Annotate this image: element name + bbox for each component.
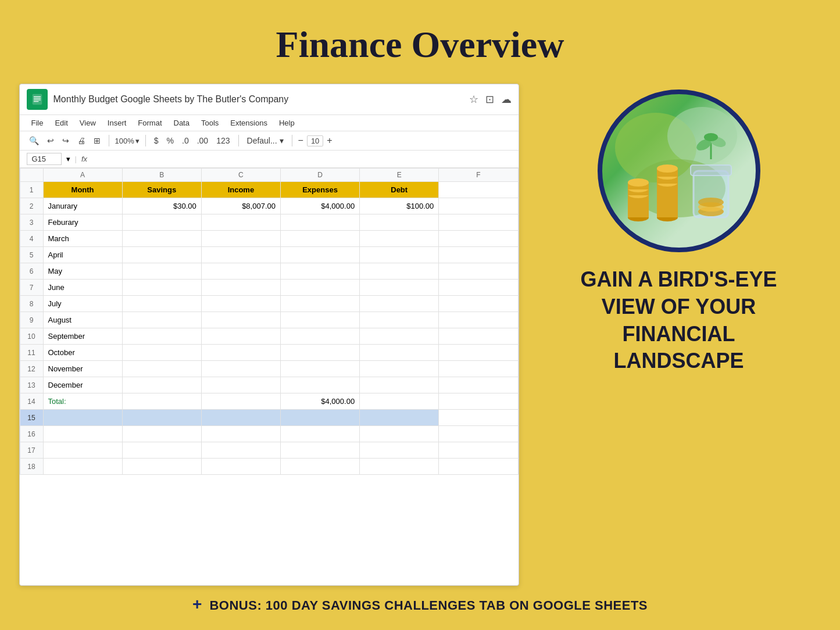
menu-format[interactable]: Format <box>133 117 166 128</box>
cell-f1[interactable] <box>439 182 518 198</box>
folder-icon[interactable]: ⊡ <box>485 93 494 106</box>
cell-f12[interactable] <box>439 361 518 377</box>
cell-d8[interactable] <box>280 296 359 312</box>
cell-c6[interactable] <box>201 263 280 280</box>
month-header[interactable]: Month <box>43 182 122 198</box>
cell-a10[interactable]: September <box>43 328 122 345</box>
cell-a5[interactable]: April <box>43 247 122 263</box>
cell-b8[interactable] <box>122 296 201 312</box>
percent-button[interactable]: % <box>165 135 176 146</box>
menu-tools[interactable]: Tools <box>196 117 223 128</box>
cell-d16[interactable] <box>280 426 359 442</box>
zoom-dropdown-icon[interactable]: ▾ <box>135 137 140 145</box>
cell-f18[interactable] <box>439 459 518 475</box>
cell-b12[interactable] <box>122 361 201 377</box>
cell-d4[interactable] <box>280 231 359 247</box>
cell-a9[interactable]: August <box>43 312 122 328</box>
cell-c9[interactable] <box>201 312 280 328</box>
cell-e4[interactable] <box>360 231 439 247</box>
cell-b18[interactable] <box>122 459 201 475</box>
cell-d11[interactable] <box>280 345 359 361</box>
increase-font-icon[interactable]: + <box>327 135 332 146</box>
cell-a7[interactable]: June <box>43 280 122 296</box>
redo-icon[interactable]: ↪ <box>60 135 72 146</box>
cell-d3[interactable] <box>280 214 359 231</box>
cell-a14[interactable]: Total: <box>43 393 122 410</box>
savings-header[interactable]: Savings <box>122 182 201 198</box>
menu-data[interactable]: Data <box>169 117 194 128</box>
cell-e5[interactable] <box>360 247 439 263</box>
cell-a17[interactable] <box>43 442 122 459</box>
cell-b9[interactable] <box>122 312 201 328</box>
cell-c18[interactable] <box>201 459 280 475</box>
cell-a4[interactable]: March <box>43 231 122 247</box>
dropdown-icon[interactable]: ▾ <box>66 155 70 163</box>
cell-c13[interactable] <box>201 377 280 393</box>
cell-a6[interactable]: May <box>43 263 122 280</box>
cell-a8[interactable]: July <box>43 296 122 312</box>
cell-c17[interactable] <box>201 442 280 459</box>
cell-c8[interactable] <box>201 296 280 312</box>
cell-e6[interactable] <box>360 263 439 280</box>
cell-d12[interactable] <box>280 361 359 377</box>
income-header[interactable]: Income <box>201 182 280 198</box>
col-header-a[interactable]: A <box>43 169 122 182</box>
cell-a3[interactable]: Feburary <box>43 214 122 231</box>
cell-c2[interactable]: $8,007.00 <box>201 198 280 214</box>
cell-b14[interactable] <box>122 393 201 410</box>
col-header-e[interactable]: E <box>360 169 439 182</box>
cell-e2[interactable]: $100.00 <box>360 198 439 214</box>
cell-f8[interactable] <box>439 296 518 312</box>
cell-d7[interactable] <box>280 280 359 296</box>
cell-a16[interactable] <box>43 426 122 442</box>
cell-d18[interactable] <box>280 459 359 475</box>
cell-d13[interactable] <box>280 377 359 393</box>
cell-c3[interactable] <box>201 214 280 231</box>
col-header-b[interactable]: B <box>122 169 201 182</box>
decimal1-button[interactable]: .0 <box>180 135 191 146</box>
col-header-f[interactable]: F <box>439 169 518 182</box>
cell-e12[interactable] <box>360 361 439 377</box>
menu-insert[interactable]: Insert <box>103 117 131 128</box>
cell-b17[interactable] <box>122 442 201 459</box>
cell-c11[interactable] <box>201 345 280 361</box>
cell-f7[interactable] <box>439 280 518 296</box>
cell-c16[interactable] <box>201 426 280 442</box>
cell-e10[interactable] <box>360 328 439 345</box>
decrease-font-icon[interactable]: − <box>298 135 303 146</box>
expenses-header[interactable]: Expenses <box>280 182 359 198</box>
cell-d17[interactable] <box>280 442 359 459</box>
cell-c12[interactable] <box>201 361 280 377</box>
cell-d5[interactable] <box>280 247 359 263</box>
star-icon[interactable]: ☆ <box>469 93 478 106</box>
cell-d10[interactable] <box>280 328 359 345</box>
cell-b4[interactable] <box>122 231 201 247</box>
cell-b3[interactable] <box>122 214 201 231</box>
cell-f6[interactable] <box>439 263 518 280</box>
cell-c5[interactable] <box>201 247 280 263</box>
cell-a15[interactable] <box>43 410 122 426</box>
cell-e9[interactable] <box>360 312 439 328</box>
cell-c4[interactable] <box>201 231 280 247</box>
cell-f5[interactable] <box>439 247 518 263</box>
cell-b5[interactable] <box>122 247 201 263</box>
cell-d2[interactable]: $4,000.00 <box>280 198 359 214</box>
col-header-d[interactable]: D <box>280 169 359 182</box>
cell-e14[interactable] <box>360 393 439 410</box>
cell-e17[interactable] <box>360 442 439 459</box>
cell-f15[interactable] <box>439 410 518 426</box>
font-selector[interactable]: Defaul... ▾ <box>245 135 286 146</box>
menu-view[interactable]: View <box>75 117 101 128</box>
cell-c10[interactable] <box>201 328 280 345</box>
cell-d9[interactable] <box>280 312 359 328</box>
cell-f16[interactable] <box>439 426 518 442</box>
cell-a13[interactable]: December <box>43 377 122 393</box>
cell-b7[interactable] <box>122 280 201 296</box>
cell-f3[interactable] <box>439 214 518 231</box>
cell-b2[interactable]: $30.00 <box>122 198 201 214</box>
cell-a11[interactable]: October <box>43 345 122 361</box>
cell-a2[interactable]: Janurary <box>43 198 122 214</box>
cell-c14[interactable] <box>201 393 280 410</box>
cell-e18[interactable] <box>360 459 439 475</box>
cell-f17[interactable] <box>439 442 518 459</box>
